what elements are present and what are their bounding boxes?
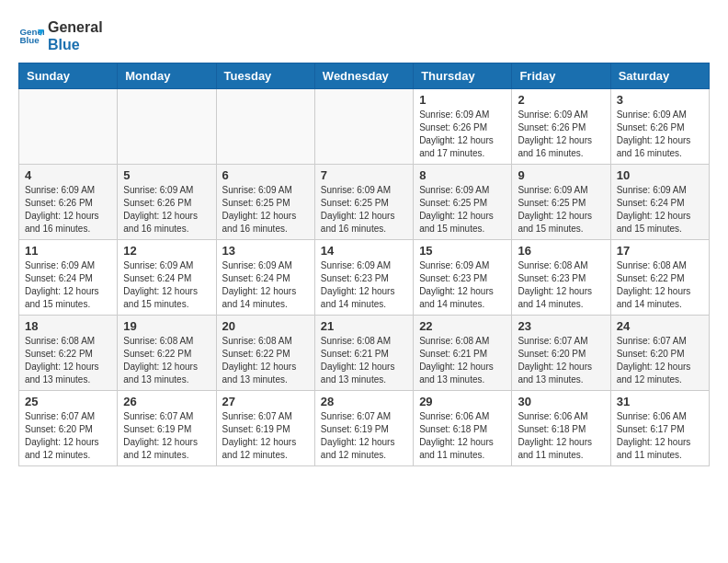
day-info: Sunrise: 6:07 AM Sunset: 6:20 PM Dayligh…: [518, 335, 604, 386]
day-info: Sunrise: 6:08 AM Sunset: 6:21 PM Dayligh…: [419, 335, 506, 386]
calendar-cell: 21Sunrise: 6:08 AM Sunset: 6:21 PM Dayli…: [314, 316, 413, 391]
day-number: 1: [419, 93, 506, 107]
calendar-cell: 29Sunrise: 6:06 AM Sunset: 6:18 PM Dayli…: [414, 391, 512, 466]
calendar-header-row: SundayMondayTuesdayWednesdayThursdayFrid…: [19, 63, 710, 89]
day-number: 29: [419, 395, 506, 408]
page-header: General Blue General Blue: [18, 18, 710, 53]
calendar-cell: [216, 89, 314, 165]
day-info: Sunrise: 6:07 AM Sunset: 6:20 PM Dayligh…: [25, 410, 111, 462]
weekday-header-monday: Monday: [118, 63, 216, 89]
calendar-week-row: 18Sunrise: 6:08 AM Sunset: 6:22 PM Dayli…: [19, 316, 710, 391]
day-info: Sunrise: 6:09 AM Sunset: 6:24 PM Dayligh…: [25, 259, 111, 311]
day-number: 31: [617, 395, 703, 408]
calendar-cell: 17Sunrise: 6:08 AM Sunset: 6:22 PM Dayli…: [610, 240, 709, 316]
day-info: Sunrise: 6:09 AM Sunset: 6:26 PM Dayligh…: [419, 109, 506, 160]
day-number: 20: [222, 319, 309, 333]
calendar-cell: 23Sunrise: 6:07 AM Sunset: 6:20 PM Dayli…: [512, 316, 610, 391]
day-number: 6: [222, 168, 309, 182]
calendar-cell: 25Sunrise: 6:07 AM Sunset: 6:20 PM Dayli…: [19, 391, 118, 466]
calendar-cell: 4Sunrise: 6:09 AM Sunset: 6:26 PM Daylig…: [19, 165, 118, 240]
calendar-cell: 12Sunrise: 6:09 AM Sunset: 6:24 PM Dayli…: [118, 240, 216, 316]
day-number: 27: [222, 395, 309, 408]
calendar-cell: 3Sunrise: 6:09 AM Sunset: 6:26 PM Daylig…: [610, 89, 709, 165]
day-number: 18: [25, 319, 111, 333]
day-info: Sunrise: 6:08 AM Sunset: 6:22 PM Dayligh…: [25, 335, 111, 386]
day-number: 28: [321, 395, 407, 408]
day-number: 10: [617, 168, 703, 182]
calendar-cell: 6Sunrise: 6:09 AM Sunset: 6:25 PM Daylig…: [216, 165, 314, 240]
day-number: 19: [123, 319, 210, 333]
logo: General Blue General Blue: [18, 18, 103, 53]
calendar-cell: 27Sunrise: 6:07 AM Sunset: 6:19 PM Dayli…: [216, 391, 314, 466]
calendar-cell: 19Sunrise: 6:08 AM Sunset: 6:22 PM Dayli…: [118, 316, 216, 391]
day-info: Sunrise: 6:09 AM Sunset: 6:26 PM Dayligh…: [123, 184, 210, 236]
calendar-cell: 28Sunrise: 6:07 AM Sunset: 6:19 PM Dayli…: [314, 391, 413, 466]
day-info: Sunrise: 6:09 AM Sunset: 6:25 PM Dayligh…: [321, 184, 407, 236]
calendar-cell: 9Sunrise: 6:09 AM Sunset: 6:25 PM Daylig…: [512, 165, 610, 240]
day-number: 21: [321, 319, 407, 333]
weekday-header-thursday: Thursday: [414, 63, 512, 89]
calendar-cell: 20Sunrise: 6:08 AM Sunset: 6:22 PM Dayli…: [216, 316, 314, 391]
day-info: Sunrise: 6:08 AM Sunset: 6:22 PM Dayligh…: [123, 335, 210, 386]
day-info: Sunrise: 6:07 AM Sunset: 6:19 PM Dayligh…: [123, 410, 210, 462]
day-info: Sunrise: 6:06 AM Sunset: 6:18 PM Dayligh…: [419, 410, 506, 462]
day-number: 7: [321, 168, 407, 182]
weekday-header-sunday: Sunday: [19, 63, 118, 89]
weekday-header-friday: Friday: [512, 63, 610, 89]
calendar-cell: 24Sunrise: 6:07 AM Sunset: 6:20 PM Dayli…: [610, 316, 709, 391]
calendar-week-row: 4Sunrise: 6:09 AM Sunset: 6:26 PM Daylig…: [19, 165, 710, 240]
day-info: Sunrise: 6:09 AM Sunset: 6:25 PM Dayligh…: [419, 184, 506, 236]
day-info: Sunrise: 6:09 AM Sunset: 6:23 PM Dayligh…: [321, 259, 407, 311]
day-info: Sunrise: 6:09 AM Sunset: 6:24 PM Dayligh…: [222, 259, 309, 311]
day-number: 26: [123, 395, 210, 408]
logo-blue: Blue: [48, 36, 103, 53]
calendar-week-row: 1Sunrise: 6:09 AM Sunset: 6:26 PM Daylig…: [19, 89, 710, 165]
day-info: Sunrise: 6:09 AM Sunset: 6:25 PM Dayligh…: [222, 184, 309, 236]
weekday-header-wednesday: Wednesday: [314, 63, 413, 89]
calendar-cell: 18Sunrise: 6:08 AM Sunset: 6:22 PM Dayli…: [19, 316, 118, 391]
calendar-cell: 11Sunrise: 6:09 AM Sunset: 6:24 PM Dayli…: [19, 240, 118, 316]
weekday-header-saturday: Saturday: [610, 63, 709, 89]
day-number: 30: [518, 395, 604, 408]
calendar-cell: 30Sunrise: 6:06 AM Sunset: 6:18 PM Dayli…: [512, 391, 610, 466]
calendar-cell: 7Sunrise: 6:09 AM Sunset: 6:25 PM Daylig…: [314, 165, 413, 240]
weekday-header-tuesday: Tuesday: [216, 63, 314, 89]
calendar-cell: 13Sunrise: 6:09 AM Sunset: 6:24 PM Dayli…: [216, 240, 314, 316]
day-info: Sunrise: 6:07 AM Sunset: 6:19 PM Dayligh…: [321, 410, 407, 462]
calendar-cell: 26Sunrise: 6:07 AM Sunset: 6:19 PM Dayli…: [118, 391, 216, 466]
day-info: Sunrise: 6:09 AM Sunset: 6:23 PM Dayligh…: [419, 259, 506, 311]
calendar-cell: 5Sunrise: 6:09 AM Sunset: 6:26 PM Daylig…: [118, 165, 216, 240]
day-info: Sunrise: 6:09 AM Sunset: 6:26 PM Dayligh…: [617, 109, 703, 160]
day-number: 17: [617, 244, 703, 258]
calendar-cell: 16Sunrise: 6:08 AM Sunset: 6:23 PM Dayli…: [512, 240, 610, 316]
day-info: Sunrise: 6:08 AM Sunset: 6:22 PM Dayligh…: [617, 259, 703, 311]
calendar-cell: [118, 89, 216, 165]
calendar-cell: 8Sunrise: 6:09 AM Sunset: 6:25 PM Daylig…: [414, 165, 512, 240]
calendar-week-row: 25Sunrise: 6:07 AM Sunset: 6:20 PM Dayli…: [19, 391, 710, 466]
day-number: 13: [222, 244, 309, 258]
day-number: 22: [419, 319, 506, 333]
calendar-cell: 31Sunrise: 6:06 AM Sunset: 6:17 PM Dayli…: [610, 391, 709, 466]
logo-general: General: [48, 18, 103, 36]
day-info: Sunrise: 6:09 AM Sunset: 6:24 PM Dayligh…: [123, 259, 210, 311]
day-number: 4: [25, 168, 111, 182]
day-number: 9: [518, 168, 604, 182]
svg-text:Blue: Blue: [19, 36, 40, 46]
day-number: 5: [123, 168, 210, 182]
day-info: Sunrise: 6:09 AM Sunset: 6:26 PM Dayligh…: [518, 109, 604, 160]
day-number: 14: [321, 244, 407, 258]
day-info: Sunrise: 6:09 AM Sunset: 6:24 PM Dayligh…: [617, 184, 703, 236]
day-info: Sunrise: 6:06 AM Sunset: 6:17 PM Dayligh…: [617, 410, 703, 462]
day-info: Sunrise: 6:06 AM Sunset: 6:18 PM Dayligh…: [518, 410, 604, 462]
calendar-table: SundayMondayTuesdayWednesdayThursdayFrid…: [18, 63, 710, 466]
day-info: Sunrise: 6:09 AM Sunset: 6:25 PM Dayligh…: [518, 184, 604, 236]
calendar-cell: 22Sunrise: 6:08 AM Sunset: 6:21 PM Dayli…: [414, 316, 512, 391]
day-info: Sunrise: 6:08 AM Sunset: 6:21 PM Dayligh…: [321, 335, 407, 386]
day-number: 8: [419, 168, 506, 182]
day-info: Sunrise: 6:07 AM Sunset: 6:20 PM Dayligh…: [617, 335, 703, 386]
day-info: Sunrise: 6:07 AM Sunset: 6:19 PM Dayligh…: [222, 410, 309, 462]
calendar-cell: 14Sunrise: 6:09 AM Sunset: 6:23 PM Dayli…: [314, 240, 413, 316]
calendar-cell: [314, 89, 413, 165]
day-info: Sunrise: 6:09 AM Sunset: 6:26 PM Dayligh…: [25, 184, 111, 236]
calendar-cell: 2Sunrise: 6:09 AM Sunset: 6:26 PM Daylig…: [512, 89, 610, 165]
